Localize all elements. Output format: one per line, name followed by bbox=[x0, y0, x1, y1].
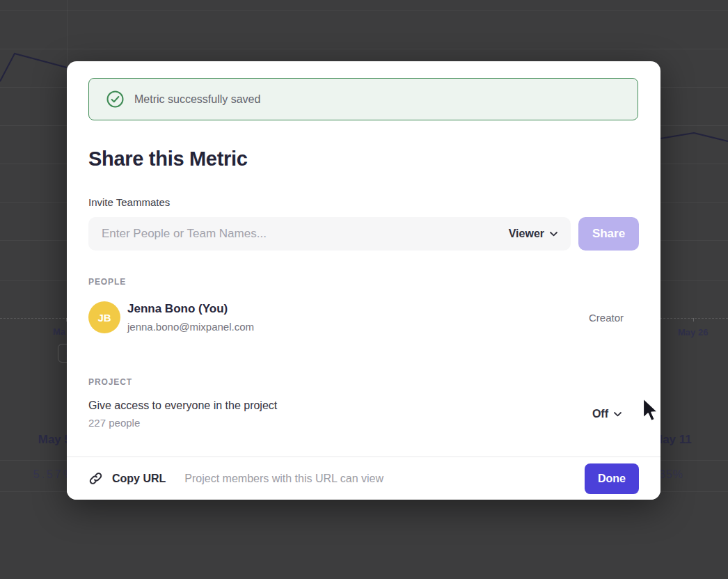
member-info: Jenna Bono (You) jenna.bono@mixpanel.com bbox=[127, 302, 254, 333]
toast-message: Metric successfully saved bbox=[134, 93, 260, 106]
check-circle-icon bbox=[106, 90, 124, 108]
member-name: Jenna Bono (You) bbox=[127, 302, 254, 316]
member-email: jenna.bono@mixpanel.com bbox=[127, 321, 254, 333]
share-metric-modal: Metric successfully saved Share this Met… bbox=[67, 61, 660, 500]
axis-date-label: Ma bbox=[53, 326, 65, 337]
invite-row: Viewer Share bbox=[88, 217, 639, 251]
table-cell-value: 35% bbox=[659, 468, 683, 481]
chevron-down-icon bbox=[550, 232, 557, 237]
project-access-count: 227 people bbox=[88, 417, 277, 429]
link-chain-icon bbox=[88, 471, 103, 486]
role-dropdown[interactable]: Viewer bbox=[509, 228, 559, 240]
url-permission-hint: Project members with this URL can view bbox=[184, 473, 383, 485]
role-dropdown-value: Viewer bbox=[509, 228, 544, 240]
chevron-down-icon bbox=[614, 412, 622, 417]
avatar: JB bbox=[88, 301, 120, 333]
project-access-text: Give access to everyone in the project 2… bbox=[88, 399, 277, 429]
share-button[interactable]: Share bbox=[578, 217, 639, 251]
success-toast: Metric successfully saved bbox=[88, 78, 638, 120]
invite-teammates-label: Invite Teammates bbox=[88, 196, 170, 208]
member-row: JB Jenna Bono (You) jenna.bono@mixpanel.… bbox=[88, 301, 639, 333]
invite-input-container: Viewer bbox=[88, 217, 571, 251]
modal-footer: Copy URL Project members with this URL c… bbox=[67, 457, 660, 500]
invite-people-input[interactable] bbox=[100, 226, 503, 241]
axis-date-label: May 26 bbox=[678, 327, 708, 338]
member-role: Creator bbox=[589, 312, 624, 324]
project-access-value: Off bbox=[592, 408, 608, 420]
project-access-dropdown[interactable]: Off bbox=[592, 408, 622, 420]
project-access-row: Give access to everyone in the project 2… bbox=[88, 399, 639, 429]
copy-url-button[interactable]: Copy URL bbox=[88, 471, 166, 486]
table-column-header: May 5 bbox=[28, 433, 71, 447]
copy-url-label: Copy URL bbox=[112, 473, 166, 485]
modal-title: Share this Metric bbox=[88, 148, 248, 170]
done-button[interactable]: Done bbox=[585, 463, 639, 494]
project-access-title: Give access to everyone in the project bbox=[88, 399, 277, 412]
people-section-label: PEOPLE bbox=[88, 277, 126, 287]
project-section-label: PROJECT bbox=[88, 377, 132, 387]
